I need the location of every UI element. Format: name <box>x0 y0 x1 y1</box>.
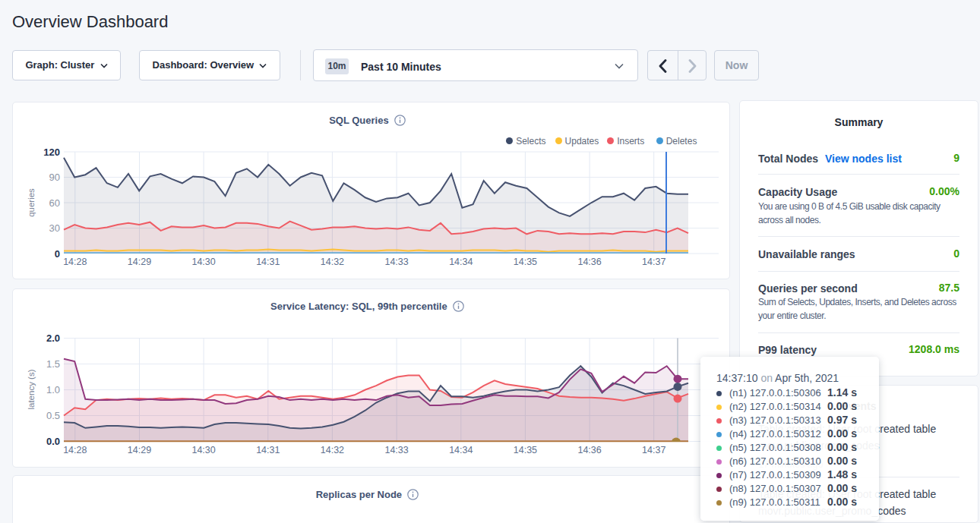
svg-text:14:32: 14:32 <box>321 257 344 267</box>
svg-text:1.5: 1.5 <box>46 358 60 370</box>
svg-text:1.0: 1.0 <box>46 384 60 395</box>
svg-text:14:33: 14:33 <box>384 445 408 455</box>
svg-text:120: 120 <box>43 147 60 158</box>
svg-text:14:28: 14:28 <box>63 257 87 267</box>
svg-text:14:36: 14:36 <box>577 257 601 267</box>
svg-text:90: 90 <box>49 172 60 183</box>
svg-text:14:28: 14:28 <box>63 445 87 455</box>
svg-text:30: 30 <box>49 222 60 234</box>
svg-text:0.0: 0.0 <box>46 436 60 447</box>
svg-text:14:35: 14:35 <box>514 445 537 455</box>
svg-text:14:30: 14:30 <box>191 257 215 267</box>
svg-text:14:31: 14:31 <box>256 445 280 455</box>
svg-text:60: 60 <box>49 197 60 209</box>
svg-text:14:34: 14:34 <box>449 445 473 455</box>
svg-text:14:35: 14:35 <box>514 257 537 267</box>
svg-text:14:37: 14:37 <box>642 445 665 455</box>
svg-text:14:32: 14:32 <box>321 445 344 455</box>
svg-text:14:30: 14:30 <box>191 445 215 455</box>
svg-text:14:36: 14:36 <box>577 445 601 455</box>
svg-text:14:29: 14:29 <box>128 445 151 455</box>
svg-text:14:37: 14:37 <box>642 257 665 267</box>
svg-text:14:29: 14:29 <box>128 257 151 267</box>
svg-text:14:33: 14:33 <box>384 257 408 267</box>
svg-text:0: 0 <box>55 248 60 260</box>
svg-text:0.5: 0.5 <box>46 410 60 421</box>
svg-text:2.0: 2.0 <box>46 332 60 344</box>
svg-text:14:31: 14:31 <box>256 257 280 267</box>
svg-text:queries: queries <box>27 188 36 217</box>
svg-text:14:34: 14:34 <box>449 257 473 267</box>
svg-text:latency (s): latency (s) <box>27 369 36 409</box>
